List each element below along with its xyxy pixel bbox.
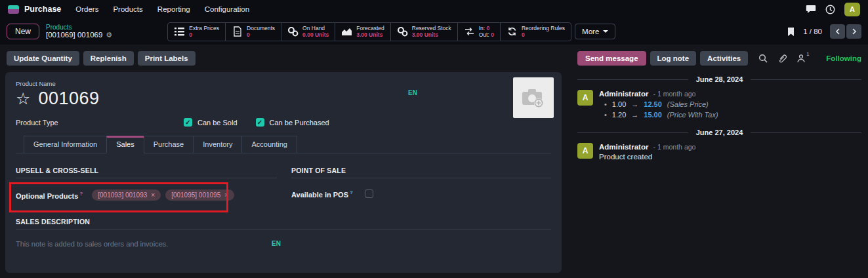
stat-button-bar: Extra Prices0 Documents0 On Hand0.00 Uni… [167,22,571,41]
author-avatar[interactable]: A [577,143,593,159]
chevron-right-icon [852,28,857,35]
section-divider [291,178,551,178]
activities-button[interactable]: Activities [700,51,748,66]
stat-reserved-stock[interactable]: Reserved Stock3.00 Units [391,23,458,41]
chatter-message: A Administrator - 1 month ago Product cr… [577,143,861,161]
stat-reordering-rules[interactable]: Reordering Rules0 [501,23,571,41]
form-action-toolbar: Update Quantity Replenish Print Labels [7,51,560,66]
more-button[interactable]: More [575,24,615,39]
available-in-pos-checkbox[interactable] [365,189,373,198]
tracking-change: • 1.00 → 12.50 (Sales Price) [604,100,718,108]
pricelist-icon [174,26,185,37]
update-quantity-button[interactable]: Update Quantity [7,51,79,66]
attachments-paperclip-icon[interactable] [777,54,787,63]
stat-extra-prices[interactable]: Extra Prices0 [168,23,226,41]
stat-forecasted[interactable]: Forecasted3.00 Units [335,23,391,41]
chevron-left-icon [835,28,840,35]
log-note-button[interactable]: Log note [650,51,697,66]
follower-count: 1 [806,51,809,57]
message-author[interactable]: Administrator [599,143,648,151]
help-marker: ? [350,189,353,195]
app-brand[interactable]: Purchase [8,5,61,14]
user-avatar[interactable]: A [844,3,860,16]
language-badge[interactable]: EN [408,89,417,96]
pager: 1 / 80 [787,24,861,39]
menu-reporting[interactable]: Reporting [157,5,190,13]
checkbox-checked-icon: ✓ [184,118,192,127]
pager-count: 1 / 80 [803,28,822,35]
top-navbar: Purchase Orders Products Reporting Confi… [0,0,868,18]
stat-in-out[interactable]: In: 0 Out: 0 [458,23,501,41]
notebook-tabs: General Information Sales Purchase Inven… [16,135,551,153]
message-time: - 1 month ago [653,90,696,98]
document-icon [232,26,243,37]
odoo-app-logo-icon [8,5,19,14]
date-divider: June 28, 2024 [577,75,861,83]
settings-gear-icon[interactable]: ⚙ [106,31,112,39]
section-divider [16,229,551,229]
stat-on-hand[interactable]: On Hand0.00 Units [281,23,335,41]
product-tag[interactable]: [001095] 001095 × [165,189,234,201]
sales-description-input[interactable]: This note is added to sales orders and i… [16,240,168,248]
activities-clock-icon[interactable] [825,5,835,14]
product-image-placeholder[interactable] [513,77,554,118]
send-message-button[interactable]: Send message [577,51,646,66]
remove-tag-icon[interactable]: × [151,191,155,199]
product-name-value[interactable]: 001069 [38,89,99,109]
tab-general-information[interactable]: General Information [24,136,107,153]
product-type-label: Product Type [16,119,184,127]
checkbox-checked-icon: ✓ [256,118,264,127]
chatter-panel: Send message Log note Activities 1 Follo… [562,45,868,278]
remove-tag-icon[interactable]: × [224,191,228,199]
bookmark-icon[interactable] [787,27,795,37]
nuts-icon [287,26,299,37]
refresh-icon [506,26,518,37]
optional-products-label: Optional Products? [16,191,83,200]
product-name-label: Product Name [16,80,551,87]
arrow-right-icon: → [631,100,638,108]
author-avatar[interactable]: A [577,90,593,106]
following-toggle[interactable]: Following [826,54,861,62]
breadcrumb: Products [001069] 001069 ⚙ [46,24,112,40]
camera-plus-icon [520,86,547,109]
menu-orders[interactable]: Orders [75,5,98,13]
tab-sales[interactable]: Sales [106,136,144,153]
arrow-right-icon: → [631,111,638,119]
message-author[interactable]: Administrator [599,90,648,98]
followers-icon[interactable]: 1 [796,54,806,63]
pager-next-button[interactable] [846,24,861,39]
tab-purchase[interactable]: Purchase [144,136,194,153]
section-divider [16,178,277,178]
app-name: Purchase [24,5,61,14]
message-body: Product created [599,153,695,161]
new-button[interactable]: New [7,24,39,39]
date-divider: June 27, 2024 [577,129,861,136]
print-labels-button[interactable]: Print Labels [138,51,196,66]
tracking-change: • 1.20 → 15.00 (Price With Tax) [604,111,718,119]
sales-description-heading: SALES DESCRIPTION [16,218,551,226]
favorite-star-icon[interactable]: ☆ [16,90,30,107]
chatter-message: A Administrator - 1 month ago • 1.00 → 1… [577,90,861,119]
tab-inventory[interactable]: Inventory [193,136,242,153]
search-messages-icon[interactable] [758,54,768,63]
breadcrumb-parent-link[interactable]: Products [46,24,112,31]
upsell-section-heading: UPSELL & CROSS-SELL [16,167,277,174]
menu-configuration[interactable]: Configuration [205,5,249,13]
product-tag[interactable]: [001093] 001093 × [92,189,161,201]
nuts-icon [397,26,408,37]
product-form-sheet: Product Name ☆ 001069 EN Product Type [5,72,562,273]
pager-previous-button[interactable] [830,24,845,39]
transfer-arrows-icon [464,26,475,37]
can-be-purchased-checkbox[interactable]: ✓ Can be Purchased [256,118,329,127]
messages-bubble-icon[interactable] [806,5,816,14]
pos-section-heading: POINT OF SALE [291,167,551,174]
can-be-sold-checkbox[interactable]: ✓ Can be Sold [184,118,238,127]
message-time: - 1 month ago [653,143,696,151]
tab-accounting[interactable]: Accounting [241,136,297,153]
replenish-button[interactable]: Replenish [83,51,134,66]
breadcrumb-current: [001069] 001069 [46,31,102,39]
stat-documents[interactable]: Documents0 [226,23,281,41]
optional-products-tags: [001093] 001093 × [001095] 001095 × [92,189,234,201]
menu-products[interactable]: Products [113,5,142,13]
language-badge[interactable]: EN [272,240,281,248]
